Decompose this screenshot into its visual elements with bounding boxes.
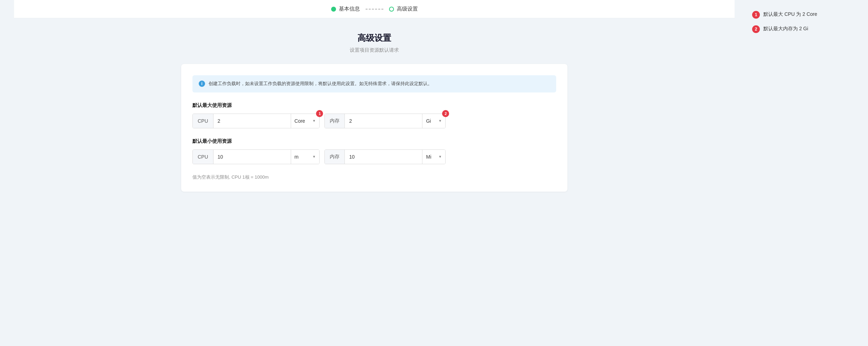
hint-item-1: 1 默认最大 CPU 为 2 Core	[752, 11, 857, 19]
info-banner-text: 创建工作负载时，如未设置工作负载的资源使用限制，将默认使用此设置。如无特殊需求，…	[209, 80, 432, 88]
max-memory-input[interactable]	[345, 114, 422, 128]
min-cpu-prefix: CPU	[193, 150, 213, 164]
max-memory-group: 内存 Gi Mi Ki ▼	[324, 114, 446, 128]
min-resources-row: CPU m Core ▼ 内存	[192, 149, 556, 164]
page-subtitle: 设置项目资源默认请求	[350, 47, 399, 53]
step1-dot	[331, 7, 336, 12]
min-cpu-group: CPU m Core ▼	[192, 149, 320, 164]
max-cpu-prefix: CPU	[193, 114, 213, 128]
min-cpu-chevron-icon: ▼	[313, 155, 316, 159]
max-memory-badge: 2	[442, 110, 449, 117]
step2-dot	[389, 7, 394, 12]
min-memory-unit-dropdown[interactable]: Mi Gi Ki	[426, 154, 437, 160]
min-memory-unit-select[interactable]: Mi Gi Ki ▼	[422, 150, 445, 164]
max-cpu-unit-dropdown[interactable]: Core m	[295, 118, 311, 124]
stepper: 基本信息 高级设置	[14, 0, 735, 18]
footer-note: 值为空表示无限制, CPU 1核 = 1000m	[192, 174, 556, 180]
min-memory-prefix: 内存	[325, 150, 345, 164]
max-cpu-unit-select[interactable]: Core m ▼	[291, 114, 320, 128]
step-1[interactable]: 基本信息	[331, 6, 360, 12]
min-cpu-unit-select[interactable]: m Core ▼	[291, 150, 320, 164]
info-icon: i	[199, 81, 205, 87]
step2-label: 高级设置	[397, 6, 418, 12]
min-memory-group: 内存 Mi Gi Ki ▼	[324, 149, 446, 164]
step-2[interactable]: 高级设置	[389, 6, 418, 12]
min-cpu-wrapper: CPU m Core ▼	[192, 149, 320, 164]
step1-label: 基本信息	[339, 6, 360, 12]
hint-badge-2: 2	[752, 25, 760, 33]
hint-badge-1: 1	[752, 11, 760, 19]
max-cpu-chevron-icon: ▼	[313, 119, 316, 123]
hint-item-2: 2 默认最大内存为 2 Gi	[752, 25, 857, 33]
page-title: 高级设置	[350, 32, 399, 44]
hint-text-1: 默认最大 CPU 为 2 Core	[763, 11, 817, 18]
max-memory-prefix: 内存	[325, 114, 345, 128]
max-memory-unit-select[interactable]: Gi Mi Ki ▼	[422, 114, 445, 128]
min-memory-chevron-icon: ▼	[438, 155, 442, 159]
min-cpu-unit-dropdown[interactable]: m Core	[295, 154, 311, 160]
hint-text-2: 默认最大内存为 2 Gi	[763, 25, 808, 32]
page-header: 高级设置 设置项目资源默认请求	[350, 32, 399, 53]
step-divider	[366, 9, 383, 9]
min-cpu-input[interactable]	[213, 150, 291, 164]
min-memory-wrapper: 内存 Mi Gi Ki ▼	[324, 149, 446, 164]
max-resources-row: CPU Core m ▼ 1 内存	[192, 114, 556, 128]
info-banner: i 创建工作负载时，如未设置工作负载的资源使用限制，将默认使用此设置。如无特殊需…	[192, 75, 556, 92]
max-cpu-wrapper: CPU Core m ▼ 1	[192, 114, 320, 128]
max-resources-label: 默认最大使用资源	[192, 102, 556, 109]
max-memory-chevron-icon: ▼	[438, 119, 442, 123]
max-cpu-group: CPU Core m ▼	[192, 114, 320, 128]
max-memory-unit-dropdown[interactable]: Gi Mi Ki	[426, 118, 437, 124]
max-memory-wrapper: 内存 Gi Mi Ki ▼ 2	[324, 114, 446, 128]
max-cpu-input[interactable]	[213, 114, 291, 128]
max-cpu-badge: 1	[316, 110, 323, 117]
right-sidebar: 1 默认最大 CPU 为 2 Core 2 默认最大内存为 2 Gi	[749, 0, 868, 346]
settings-card: i 创建工作负载时，如未设置工作负载的资源使用限制，将默认使用此设置。如无特殊需…	[181, 64, 567, 192]
min-resources-label: 默认最小使用资源	[192, 138, 556, 145]
min-memory-input[interactable]	[345, 150, 422, 164]
